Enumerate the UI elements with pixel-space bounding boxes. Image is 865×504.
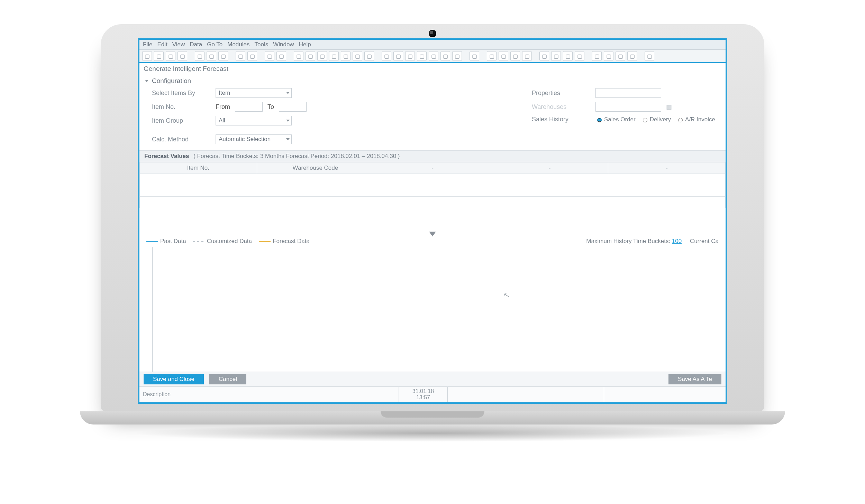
save-and-close-button[interactable]: Save and Close [144,374,204,384]
sales-history-radio[interactable] [597,118,602,122]
menu-view[interactable]: View [172,41,185,48]
open-icon[interactable]: ▢ [154,51,164,61]
item-group-dropdown[interactable] [216,116,292,125]
menu-file[interactable]: File [143,41,152,48]
next-record-icon[interactable]: ▢ [317,51,327,61]
grid-cell[interactable] [608,174,726,185]
grid-header-cell[interactable]: Item No. [140,162,257,174]
window-list-icon[interactable]: ▢ [616,51,625,61]
prev-record-icon[interactable]: ▢ [306,51,315,61]
last-record-icon[interactable]: ▢ [329,51,339,61]
menu-window[interactable]: Window [273,41,294,48]
grid-cell[interactable] [374,185,491,197]
calc-method-dropdown[interactable] [216,134,292,144]
print-icon[interactable]: ▢ [207,51,216,61]
menu-modules[interactable]: Modules [227,41,249,48]
find-icon[interactable]: ▢ [417,51,427,61]
configuration-section-header[interactable]: Configuration [139,75,726,87]
export-icon[interactable]: ▢ [218,51,228,61]
properties-row: Properties [532,88,715,98]
workflow-icon[interactable]: ▢ [551,51,561,61]
undo-icon[interactable]: ▢ [429,51,438,61]
grid-header-cell[interactable]: - [491,162,608,174]
grid-cell[interactable] [374,197,491,208]
grid-cell[interactable] [491,185,608,197]
table-row[interactable] [140,185,726,197]
grid-header-cell[interactable]: - [374,162,491,174]
grid-cell[interactable] [374,174,491,185]
message-icon[interactable]: ▢ [510,51,520,61]
refresh-icon[interactable]: ▢ [341,51,350,61]
first-record-icon[interactable]: ▢ [294,51,303,61]
grid-cell[interactable] [140,197,257,208]
item-no-from-input[interactable] [235,102,263,112]
customize-icon[interactable]: ▢ [592,51,602,61]
close-window-icon[interactable]: ▢ [177,51,187,61]
footer-bar: Save and Close Cancel Save As A Te [139,372,726,386]
layout-icon[interactable]: ▢ [247,51,257,61]
fit-icon[interactable]: ▢ [236,51,245,61]
save-as-template-button[interactable]: Save As A Te [668,374,721,384]
calendar-icon[interactable]: ▢ [276,51,286,61]
menubar: FileEditViewDataGo ToModulesToolsWindowH… [139,40,726,50]
forecast-grid[interactable]: Item No.Warehouse Code--- [139,162,726,208]
menu-go-to[interactable]: Go To [207,41,222,48]
grid-cell[interactable] [608,197,726,208]
user-defined-icon[interactable]: ▢ [499,51,508,61]
sales-history-option-sales-order[interactable]: Sales Order [595,116,636,123]
cut-icon[interactable]: ▢ [382,51,391,61]
tools-icon[interactable]: ▢ [604,51,613,61]
menu-help[interactable]: Help [299,41,311,48]
sales-history-option-delivery[interactable]: Delivery [641,116,671,123]
sales-history-option-a-r-invoice[interactable]: A/R Invoice [676,116,715,123]
grid-cell[interactable] [140,185,257,197]
sort-icon[interactable]: ▢ [364,51,374,61]
attach-icon[interactable]: ▢ [452,51,462,61]
max-history-link[interactable]: 100 [672,238,682,244]
arrow-out-icon[interactable]: ▢ [627,51,637,61]
menu-data[interactable]: Data [190,41,202,48]
expand-chart-icon[interactable] [429,232,436,236]
warehouses-row: Warehouses ▥ [532,102,715,112]
table-row[interactable] [140,174,726,185]
grid-cell[interactable] [608,185,726,197]
item-no-to-input[interactable] [279,102,307,112]
redo-icon[interactable]: ▢ [440,51,450,61]
properties-input[interactable] [595,88,661,98]
cancel-button[interactable]: Cancel [209,374,246,384]
grid-cell[interactable] [257,185,374,197]
grid-header-cell[interactable]: - [608,162,726,174]
grid-cell[interactable] [257,174,374,185]
new-icon[interactable]: ▢ [142,51,152,61]
link-icon[interactable]: ▢ [470,51,479,61]
form-settings-icon[interactable]: ▢ [487,51,497,61]
select-items-by-input[interactable] [216,88,292,98]
alert-icon[interactable]: ▢ [522,51,532,61]
query-icon[interactable]: ▢ [563,51,573,61]
lock-icon[interactable]: ▢ [265,51,274,61]
sales-history-radio[interactable] [678,118,683,122]
user-icon[interactable]: ▢ [575,51,584,61]
calc-method-input[interactable] [216,134,292,144]
filter-icon[interactable]: ▢ [353,51,362,61]
menu-tools[interactable]: Tools [255,41,268,48]
copy-icon[interactable]: ▢ [393,51,403,61]
preview-icon[interactable]: ▢ [195,51,204,61]
grid-cell[interactable] [140,174,257,185]
grid-cell[interactable] [491,197,608,208]
help-icon[interactable]: ▢ [645,51,654,61]
menu-edit[interactable]: Edit [157,41,167,48]
item-group-input[interactable] [216,116,292,125]
print-preview-icon[interactable]: ▢ [166,51,175,61]
select-items-by-dropdown[interactable] [216,88,292,98]
relationship-icon[interactable]: ▢ [539,51,549,61]
table-row[interactable] [140,197,726,208]
grid-header-cell[interactable]: Warehouse Code [257,162,374,174]
paste-icon[interactable]: ▢ [405,51,415,61]
warehouses-input [595,102,661,112]
grid-cell[interactable] [257,197,374,208]
grid-cell[interactable] [491,174,608,185]
sales-history-radio[interactable] [643,118,647,122]
sales-history-options: Sales OrderDeliveryA/R Invoice [595,116,715,123]
status-time: 13:57 [416,394,430,401]
